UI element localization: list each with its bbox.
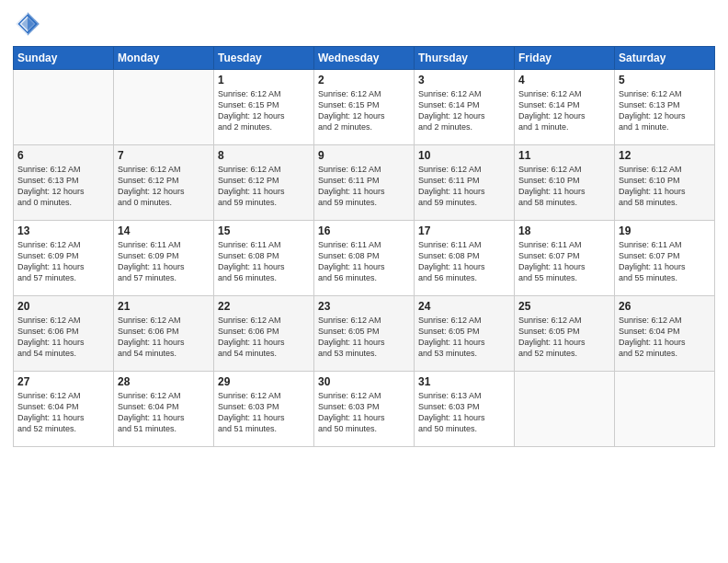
page: SundayMondayTuesdayWednesdayThursdayFrid…: [0, 0, 728, 563]
calendar-cell: 18Sunrise: 6:11 AM Sunset: 6:07 PM Dayli…: [515, 221, 615, 296]
weekday-wednesday: Wednesday: [314, 47, 415, 70]
calendar-cell: 12Sunrise: 6:12 AM Sunset: 6:10 PM Dayli…: [615, 145, 715, 221]
day-number: 23: [318, 300, 410, 313]
day-number: 2: [318, 74, 410, 86]
day-number: 14: [118, 224, 210, 237]
day-number: 21: [118, 300, 210, 313]
calendar-cell: 24Sunrise: 6:12 AM Sunset: 6:05 PM Dayli…: [415, 296, 515, 372]
weekday-saturday: Saturday: [615, 47, 715, 70]
day-number: 6: [17, 149, 109, 162]
logo: [13, 9, 46, 39]
cell-content: Sunrise: 6:12 AM Sunset: 6:11 PM Dayligh…: [418, 164, 510, 209]
cell-content: Sunrise: 6:12 AM Sunset: 6:12 PM Dayligh…: [118, 164, 210, 209]
cell-content: Sunrise: 6:12 AM Sunset: 6:05 PM Dayligh…: [318, 315, 410, 360]
cell-content: Sunrise: 6:11 AM Sunset: 6:08 PM Dayligh…: [418, 239, 510, 284]
week-row-5: 27Sunrise: 6:12 AM Sunset: 6:04 PM Dayli…: [14, 372, 715, 447]
day-number: 15: [218, 224, 310, 237]
calendar-cell: 5Sunrise: 6:12 AM Sunset: 6:13 PM Daylig…: [615, 70, 715, 145]
calendar-cell: 1Sunrise: 6:12 AM Sunset: 6:15 PM Daylig…: [214, 70, 314, 145]
cell-content: Sunrise: 6:13 AM Sunset: 6:03 PM Dayligh…: [418, 390, 510, 435]
cell-content: Sunrise: 6:12 AM Sunset: 6:06 PM Dayligh…: [118, 315, 210, 360]
cell-content: Sunrise: 6:12 AM Sunset: 6:03 PM Dayligh…: [218, 390, 310, 435]
calendar-cell: 7Sunrise: 6:12 AM Sunset: 6:12 PM Daylig…: [114, 145, 214, 221]
calendar-cell: [14, 70, 114, 145]
day-number: 16: [318, 224, 410, 237]
day-number: 18: [518, 224, 610, 237]
cell-content: Sunrise: 6:12 AM Sunset: 6:14 PM Dayligh…: [418, 88, 510, 133]
day-number: 4: [518, 74, 610, 86]
cell-content: Sunrise: 6:12 AM Sunset: 6:09 PM Dayligh…: [17, 239, 109, 284]
cell-content: Sunrise: 6:11 AM Sunset: 6:07 PM Dayligh…: [619, 239, 711, 284]
calendar-cell: 29Sunrise: 6:12 AM Sunset: 6:03 PM Dayli…: [214, 372, 314, 447]
calendar-cell: 28Sunrise: 6:12 AM Sunset: 6:04 PM Dayli…: [114, 372, 214, 447]
day-number: 25: [518, 300, 610, 313]
day-number: 24: [418, 300, 510, 313]
calendar-cell: 4Sunrise: 6:12 AM Sunset: 6:14 PM Daylig…: [515, 70, 615, 145]
calendar-cell: 31Sunrise: 6:13 AM Sunset: 6:03 PM Dayli…: [415, 372, 515, 447]
day-number: 8: [218, 149, 310, 162]
cell-content: Sunrise: 6:11 AM Sunset: 6:07 PM Dayligh…: [518, 239, 610, 284]
weekday-sunday: Sunday: [14, 47, 114, 70]
cell-content: Sunrise: 6:12 AM Sunset: 6:05 PM Dayligh…: [418, 315, 510, 360]
calendar-cell: 8Sunrise: 6:12 AM Sunset: 6:12 PM Daylig…: [214, 145, 314, 221]
cell-content: Sunrise: 6:12 AM Sunset: 6:11 PM Dayligh…: [318, 164, 410, 209]
calendar-cell: 19Sunrise: 6:11 AM Sunset: 6:07 PM Dayli…: [615, 221, 715, 296]
cell-content: Sunrise: 6:11 AM Sunset: 6:09 PM Dayligh…: [118, 239, 210, 284]
week-row-3: 13Sunrise: 6:12 AM Sunset: 6:09 PM Dayli…: [14, 221, 715, 296]
cell-content: Sunrise: 6:12 AM Sunset: 6:13 PM Dayligh…: [619, 88, 711, 133]
calendar-cell: 15Sunrise: 6:11 AM Sunset: 6:08 PM Dayli…: [214, 221, 314, 296]
cell-content: Sunrise: 6:12 AM Sunset: 6:06 PM Dayligh…: [218, 315, 310, 360]
week-row-1: 1Sunrise: 6:12 AM Sunset: 6:15 PM Daylig…: [14, 70, 715, 145]
calendar-cell: 11Sunrise: 6:12 AM Sunset: 6:10 PM Dayli…: [515, 145, 615, 221]
cell-content: Sunrise: 6:12 AM Sunset: 6:10 PM Dayligh…: [619, 164, 711, 209]
calendar-cell: 20Sunrise: 6:12 AM Sunset: 6:06 PM Dayli…: [14, 296, 114, 372]
day-number: 19: [619, 224, 711, 237]
week-row-2: 6Sunrise: 6:12 AM Sunset: 6:13 PM Daylig…: [14, 145, 715, 221]
weekday-friday: Friday: [515, 47, 615, 70]
day-number: 20: [17, 300, 109, 313]
day-number: 7: [118, 149, 210, 162]
day-number: 13: [17, 224, 109, 237]
day-number: 27: [17, 375, 109, 388]
cell-content: Sunrise: 6:12 AM Sunset: 6:15 PM Dayligh…: [318, 88, 410, 133]
calendar-cell: 14Sunrise: 6:11 AM Sunset: 6:09 PM Dayli…: [114, 221, 214, 296]
calendar-cell: 13Sunrise: 6:12 AM Sunset: 6:09 PM Dayli…: [14, 221, 114, 296]
calendar-cell: [515, 372, 615, 447]
day-number: 1: [218, 74, 310, 86]
cell-content: Sunrise: 6:11 AM Sunset: 6:08 PM Dayligh…: [218, 239, 310, 284]
day-number: 10: [418, 149, 510, 162]
cell-content: Sunrise: 6:12 AM Sunset: 6:10 PM Dayligh…: [518, 164, 610, 209]
day-number: 17: [418, 224, 510, 237]
cell-content: Sunrise: 6:12 AM Sunset: 6:05 PM Dayligh…: [518, 315, 610, 360]
calendar-cell: 16Sunrise: 6:11 AM Sunset: 6:08 PM Dayli…: [314, 221, 415, 296]
cell-content: Sunrise: 6:12 AM Sunset: 6:13 PM Dayligh…: [17, 164, 109, 209]
calendar-cell: 22Sunrise: 6:12 AM Sunset: 6:06 PM Dayli…: [214, 296, 314, 372]
cell-content: Sunrise: 6:12 AM Sunset: 6:03 PM Dayligh…: [318, 390, 410, 435]
cell-content: Sunrise: 6:12 AM Sunset: 6:04 PM Dayligh…: [118, 390, 210, 435]
weekday-tuesday: Tuesday: [214, 47, 314, 70]
weekday-monday: Monday: [114, 47, 214, 70]
day-number: 3: [418, 74, 510, 86]
cell-content: Sunrise: 6:12 AM Sunset: 6:14 PM Dayligh…: [518, 88, 610, 133]
logo-icon: [13, 9, 42, 39]
day-number: 22: [218, 300, 310, 313]
week-row-4: 20Sunrise: 6:12 AM Sunset: 6:06 PM Dayli…: [14, 296, 715, 372]
day-number: 11: [518, 149, 610, 162]
cell-content: Sunrise: 6:11 AM Sunset: 6:08 PM Dayligh…: [318, 239, 410, 284]
weekday-header-row: SundayMondayTuesdayWednesdayThursdayFrid…: [14, 47, 715, 70]
weekday-thursday: Thursday: [415, 47, 515, 70]
calendar-cell: 9Sunrise: 6:12 AM Sunset: 6:11 PM Daylig…: [314, 145, 415, 221]
cell-content: Sunrise: 6:12 AM Sunset: 6:04 PM Dayligh…: [619, 315, 711, 360]
day-number: 26: [619, 300, 711, 313]
calendar-cell: [615, 372, 715, 447]
calendar-cell: 6Sunrise: 6:12 AM Sunset: 6:13 PM Daylig…: [14, 145, 114, 221]
day-number: 9: [318, 149, 410, 162]
calendar-table: SundayMondayTuesdayWednesdayThursdayFrid…: [13, 46, 715, 447]
cell-content: Sunrise: 6:12 AM Sunset: 6:12 PM Dayligh…: [218, 164, 310, 209]
day-number: 30: [318, 375, 410, 388]
calendar-cell: 10Sunrise: 6:12 AM Sunset: 6:11 PM Dayli…: [415, 145, 515, 221]
day-number: 28: [118, 375, 210, 388]
calendar-cell: 30Sunrise: 6:12 AM Sunset: 6:03 PM Dayli…: [314, 372, 415, 447]
cell-content: Sunrise: 6:12 AM Sunset: 6:06 PM Dayligh…: [17, 315, 109, 360]
calendar-cell: 23Sunrise: 6:12 AM Sunset: 6:05 PM Dayli…: [314, 296, 415, 372]
